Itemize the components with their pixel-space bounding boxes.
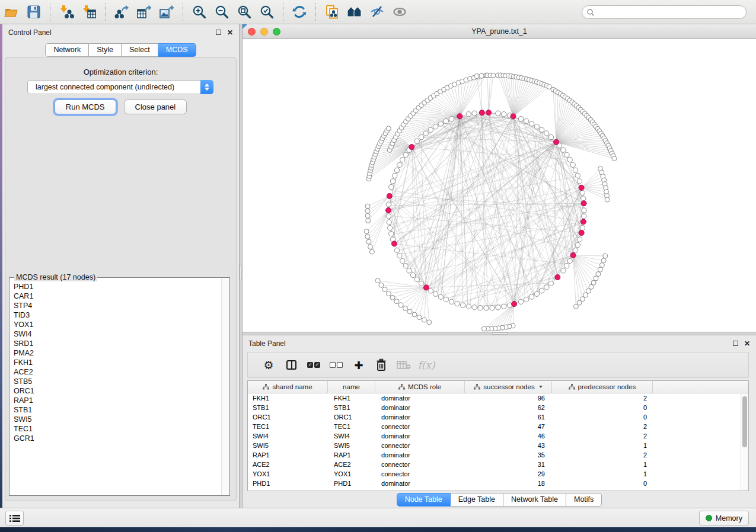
table-cell[interactable]: 29	[465, 470, 552, 477]
run-mcds-button[interactable]: Run MCDS	[55, 100, 116, 114]
tab-edge-table[interactable]: Edge Table	[451, 493, 503, 507]
close-panel-button[interactable]: Close panel	[124, 100, 187, 114]
column-header-predecessor-nodes[interactable]: predecessor nodes	[552, 381, 653, 393]
table-cell[interactable]: PHD1	[248, 480, 328, 487]
table-row[interactable]: ACE2ACE2connector311	[248, 460, 741, 469]
table-cell[interactable]: dominator	[375, 432, 465, 440]
table-cell[interactable]: dominator	[375, 395, 465, 402]
table-cell[interactable]: STB1	[248, 404, 328, 411]
table-cell[interactable]: connector	[375, 470, 465, 477]
table-cell[interactable]: TEC1	[328, 423, 375, 430]
table-cell[interactable]: RAP1	[248, 451, 328, 459]
result-node-item[interactable]: YOX1	[14, 320, 221, 329]
result-node-item[interactable]: STB5	[14, 377, 221, 386]
column-header-name[interactable]: name	[328, 381, 375, 393]
zoom-out-button[interactable]	[210, 2, 233, 22]
table-cell[interactable]: TEC1	[248, 423, 328, 430]
close-panel-icon[interactable]: ✕	[227, 30, 233, 36]
select-stepper-icon[interactable]	[200, 80, 213, 94]
memory-button[interactable]: Memory	[699, 511, 749, 525]
table-scrollbar-thumb[interactable]	[742, 396, 747, 447]
result-node-item[interactable]: ACE2	[14, 367, 221, 377]
tab-mcds[interactable]: MCDS	[158, 43, 196, 57]
table-scrollbar[interactable]	[741, 393, 748, 491]
table-settings-button[interactable]: ⚙	[257, 354, 280, 376]
tab-select[interactable]: Select	[122, 43, 158, 57]
network-graph[interactable]	[243, 39, 756, 332]
table-row[interactable]: TEC1TEC1connector472	[248, 422, 741, 431]
mcds-result-scrollbar[interactable]	[221, 278, 229, 495]
table-cell[interactable]: 47	[465, 423, 552, 430]
table-cell[interactable]: 1	[552, 461, 653, 468]
table-cell[interactable]: SWI4	[248, 432, 328, 440]
export-network-button[interactable]	[110, 2, 133, 22]
table-cell[interactable]: 96	[465, 395, 552, 402]
close-panel-icon[interactable]: ✕	[744, 341, 750, 347]
table-row[interactable]: SWI4SWI4dominator462	[248, 431, 741, 441]
table-cell[interactable]: connector	[375, 461, 465, 468]
table-cell[interactable]: 2	[552, 395, 653, 402]
table-cell[interactable]: dominator	[375, 404, 465, 411]
table-cell[interactable]: 46	[465, 432, 552, 440]
delete-columns-button[interactable]	[370, 354, 393, 376]
table-cell[interactable]: 0	[552, 414, 653, 421]
network-window-titlebar[interactable]: YPA_prune.txt_1	[243, 24, 756, 39]
import-table-button[interactable]	[78, 2, 100, 22]
table-cell[interactable]: 2	[552, 423, 653, 430]
first-neighbors-button[interactable]	[343, 2, 366, 22]
optimization-criterion-select[interactable]: largest connected component (undirected)	[27, 80, 213, 94]
float-panel-icon[interactable]	[733, 341, 738, 346]
table-cell[interactable]: 61	[465, 414, 552, 421]
table-row[interactable]: ORC1ORC1dominator610	[248, 412, 741, 422]
table-cell[interactable]: SWI4	[328, 432, 375, 440]
show-columns-button[interactable]	[280, 354, 302, 376]
table-cell[interactable]: 2	[552, 432, 653, 440]
result-node-item[interactable]: PMA2	[14, 348, 221, 358]
result-node-item[interactable]: TEC1	[14, 424, 221, 434]
column-header-successor-nodes[interactable]: successor nodes	[465, 381, 552, 393]
refresh-button[interactable]	[288, 2, 311, 22]
zoom-fit-button[interactable]	[233, 2, 256, 22]
result-node-item[interactable]: FKH1	[14, 358, 221, 367]
select-all-rows-button[interactable]: ✓✓	[302, 354, 325, 376]
result-node-item[interactable]: STB1	[14, 405, 221, 415]
table-cell[interactable]: 2	[552, 451, 653, 459]
table-cell[interactable]: 35	[465, 451, 552, 459]
new-network-from-selection-button[interactable]	[321, 2, 343, 22]
table-cell[interactable]: ACE2	[248, 461, 328, 468]
result-node-item[interactable]: TID3	[14, 310, 221, 320]
table-cell[interactable]: FKH1	[328, 395, 375, 402]
add-column-button[interactable]: ✚	[347, 354, 370, 376]
result-node-item[interactable]: CAR1	[14, 291, 221, 301]
maximize-window-icon[interactable]	[273, 28, 280, 36]
table-cell[interactable]: 0	[552, 480, 653, 487]
tab-style[interactable]: Style	[89, 43, 122, 57]
result-node-item[interactable]: SWI4	[14, 329, 221, 339]
table-cell[interactable]: 1	[552, 442, 653, 449]
search-input[interactable]	[595, 8, 746, 17]
tab-network[interactable]: Network	[45, 43, 89, 57]
table-cell[interactable]: ORC1	[328, 414, 375, 421]
table-cell[interactable]: SWI5	[328, 442, 375, 449]
table-cell[interactable]: dominator	[375, 414, 465, 421]
zoom-in-button[interactable]	[188, 2, 210, 22]
table-cell[interactable]: SWI5	[248, 442, 328, 449]
show-all-button[interactable]	[388, 2, 411, 22]
table-cell[interactable]: 18	[465, 480, 552, 487]
float-panel-icon[interactable]	[216, 30, 221, 35]
hide-selected-button[interactable]	[366, 2, 388, 22]
table-cell[interactable]: dominator	[375, 451, 465, 459]
table-cell[interactable]: RAP1	[328, 451, 375, 459]
result-node-item[interactable]: STP4	[14, 301, 221, 310]
table-cell[interactable]: YOX1	[328, 470, 375, 477]
open-session-button[interactable]	[0, 2, 23, 22]
table-cell[interactable]: PHD1	[328, 480, 375, 487]
table-cell[interactable]: YOX1	[248, 470, 328, 477]
close-window-icon[interactable]	[248, 28, 256, 36]
tab-network-table[interactable]: Network Table	[503, 493, 566, 507]
table-cell[interactable]: FKH1	[248, 395, 328, 402]
result-node-item[interactable]: GCR1	[14, 434, 221, 443]
table-cell[interactable]: 62	[465, 404, 552, 411]
table-cell[interactable]: 31	[465, 461, 552, 468]
table-cell[interactable]: 43	[465, 442, 552, 449]
